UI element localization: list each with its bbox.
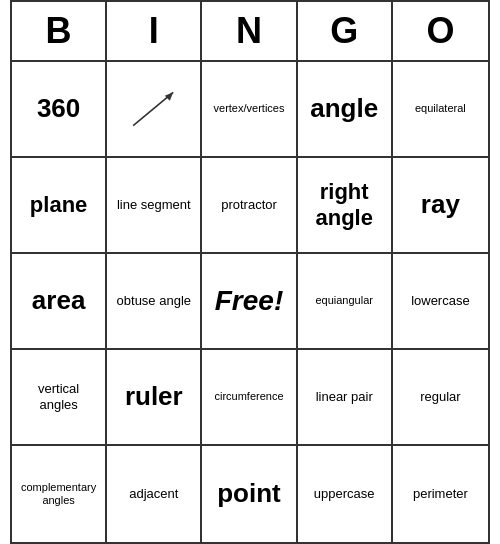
- cell-r1c2[interactable]: [107, 62, 202, 158]
- cell-r2c4[interactable]: right angle: [298, 158, 393, 254]
- cell-r2c2[interactable]: line segment: [107, 158, 202, 254]
- cell-r4c5[interactable]: regular: [393, 350, 488, 446]
- diagonal-arrow-icon: [124, 84, 184, 134]
- bingo-grid: 360 vertex/vertices angle equilateral pl…: [12, 62, 488, 542]
- header-o: O: [393, 2, 488, 60]
- cell-r4c4[interactable]: linear pair: [298, 350, 393, 446]
- svg-marker-1: [165, 92, 173, 100]
- cell-r1c3[interactable]: vertex/vertices: [202, 62, 297, 158]
- bingo-card: B I N G O 360 vertex/vertices angle equi…: [10, 0, 490, 544]
- cell-r5c2[interactable]: adjacent: [107, 446, 202, 542]
- cell-r2c5[interactable]: ray: [393, 158, 488, 254]
- cell-r3c5[interactable]: lowercase: [393, 254, 488, 350]
- header-n: N: [202, 2, 297, 60]
- cell-r3c2[interactable]: obtuse angle: [107, 254, 202, 350]
- cell-r3c4[interactable]: equiangular: [298, 254, 393, 350]
- cell-r4c2[interactable]: ruler: [107, 350, 202, 446]
- cell-r2c3[interactable]: protractor: [202, 158, 297, 254]
- header-g: G: [298, 2, 393, 60]
- cell-r5c3[interactable]: point: [202, 446, 297, 542]
- cell-r3c3[interactable]: Free!: [202, 254, 297, 350]
- cell-r5c5[interactable]: perimeter: [393, 446, 488, 542]
- cell-r4c1[interactable]: vertical angles: [12, 350, 107, 446]
- cell-r1c4[interactable]: angle: [298, 62, 393, 158]
- header-i: I: [107, 2, 202, 60]
- cell-r2c1[interactable]: plane: [12, 158, 107, 254]
- cell-r5c4[interactable]: uppercase: [298, 446, 393, 542]
- cell-r1c5[interactable]: equilateral: [393, 62, 488, 158]
- cell-r4c3[interactable]: circumference: [202, 350, 297, 446]
- cell-r3c1[interactable]: area: [12, 254, 107, 350]
- cell-r1c1[interactable]: 360: [12, 62, 107, 158]
- bingo-header: B I N G O: [12, 2, 488, 62]
- header-b: B: [12, 2, 107, 60]
- cell-r5c1[interactable]: complementary angles: [12, 446, 107, 542]
